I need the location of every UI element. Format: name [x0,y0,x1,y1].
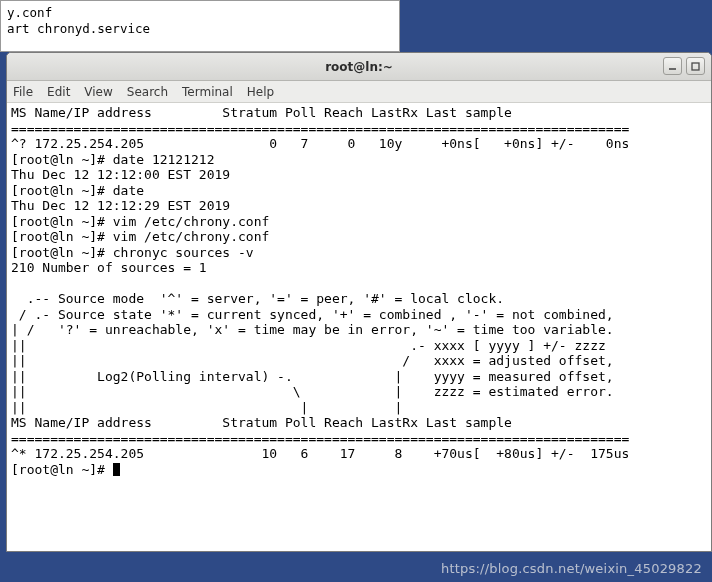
terminal-line: [root@ln ~]# chronyc sources -v [11,245,254,260]
terminal-line: Thu Dec 12 12:12:00 EST 2019 [11,167,230,182]
terminal-line: [root@ln ~]# vim /etc/chrony.conf [11,214,269,229]
terminal-line: .-- Source mode '^' = server, '=' = peer… [11,291,504,306]
terminal-line: / .- Source state '*' = current synced, … [11,307,614,322]
terminal-line: Thu Dec 12 12:12:29 EST 2019 [11,198,230,213]
window-controls [663,57,705,75]
terminal-line: MS Name/IP address Stratum Poll Reach La… [11,415,512,430]
terminal-body[interactable]: MS Name/IP address Stratum Poll Reach La… [7,103,711,551]
titlebar[interactable]: root@ln:~ [7,53,711,81]
terminal-line: [root@ln ~]# vim /etc/chrony.conf [11,229,269,244]
maximize-button[interactable] [686,57,705,75]
maximize-icon [691,62,700,71]
menu-terminal[interactable]: Terminal [182,85,233,99]
terminal-line: || .- xxxx [ yyyy ] +/- zzzz [11,338,606,353]
terminal-line: ========================================… [11,121,629,136]
terminal-line: || \ | zzzz = estimated error. [11,384,614,399]
terminal-line: 210 Number of sources = 1 [11,260,207,275]
terminal-line: || Log2(Polling interval) -. | yyyy = me… [11,369,614,384]
terminal-line: ========================================… [11,431,629,446]
minimize-icon [668,62,677,71]
window-title: root@ln:~ [325,60,393,74]
bg-line1: y.conf [7,5,52,20]
menu-view[interactable]: View [84,85,112,99]
menu-file[interactable]: File [13,85,33,99]
terminal-window: root@ln:~ File Edit View Search Terminal… [6,52,712,552]
terminal-line: | / '?' = unreachable, 'x' = time may be… [11,322,614,337]
terminal-line: [root@ln ~]# date 12121212 [11,152,215,167]
minimize-button[interactable] [663,57,682,75]
terminal-line: || / xxxx = adjusted offset, [11,353,614,368]
terminal-line: [root@ln ~]# [11,462,113,477]
watermark: https://blog.csdn.net/weixin_45029822 [441,561,702,576]
terminal-line: ^* 172.25.254.205 10 6 17 8 +70us[ +80us… [11,446,629,461]
terminal-cursor [113,463,120,476]
background-window: y.conf art chronyd.service [0,0,400,52]
terminal-line: || | | [11,400,402,415]
terminal-line: [root@ln ~]# date [11,183,144,198]
svg-rect-1 [692,63,699,70]
menu-help[interactable]: Help [247,85,274,99]
menubar: File Edit View Search Terminal Help [7,81,711,103]
menu-edit[interactable]: Edit [47,85,70,99]
menu-search[interactable]: Search [127,85,168,99]
terminal-line: ^? 172.25.254.205 0 7 0 10y +0ns[ +0ns] … [11,136,629,151]
terminal-line: MS Name/IP address Stratum Poll Reach La… [11,105,512,120]
bg-line2: art chronyd.service [7,21,150,36]
